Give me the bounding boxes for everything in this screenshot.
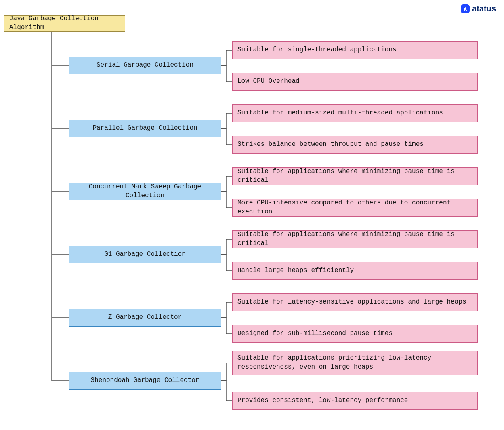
leaf-text: Provides consistent, low-latency perform… <box>237 396 408 405</box>
leaf-text: Designed for sub-millisecond pause times <box>237 329 393 338</box>
branch-shenandoah-gc: Shenondoah Garbage Collector <box>69 372 221 390</box>
leaf-text: Suitable for applications prioritizing l… <box>237 354 472 371</box>
root-node: Java Garbage Collection Algorithm <box>4 15 125 32</box>
leaf-text: Handle large heaps efficiently <box>237 266 354 275</box>
leaf-serial-gc-1: Suitable for single-threaded application… <box>232 41 478 59</box>
branch-label: Parallel Garbage Collection <box>92 124 197 133</box>
diagram-canvas: atatus Java Garbage Collection Algor <box>0 0 504 430</box>
leaf-g1-gc-1: Suitable for applications where minimizi… <box>232 230 478 248</box>
leaf-g1-gc-2: Handle large heaps efficiently <box>232 262 478 280</box>
leaf-text: Low CPU Overhead <box>237 77 300 86</box>
leaf-text: Suitable for applications where minimizi… <box>237 167 472 185</box>
leaf-z-gc-2: Designed for sub-millisecond pause times <box>232 325 478 343</box>
leaf-text: More CPU-intensive compared to others du… <box>237 199 472 216</box>
leaf-parallel-gc-1: Suitable for medium-sized multi-threaded… <box>232 104 478 122</box>
branch-label: Z Garbage Collector <box>108 313 182 322</box>
leaf-shenandoah-gc-2: Provides consistent, low-latency perform… <box>232 392 478 410</box>
leaf-text: Suitable for applications where minimizi… <box>237 230 472 248</box>
leaf-cms-gc-2: More CPU-intensive compared to others du… <box>232 199 478 217</box>
brand-logo-text: atatus <box>472 4 496 13</box>
branch-label: Serial Garbage Collection <box>97 61 193 70</box>
branch-z-gc: Z Garbage Collector <box>69 309 221 327</box>
root-label: Java Garbage Collection Algorithm <box>9 15 120 32</box>
branch-parallel-gc: Parallel Garbage Collection <box>69 120 221 137</box>
leaf-z-gc-1: Suitable for latency-sensitive applicati… <box>232 293 478 311</box>
leaf-parallel-gc-2: Strikes balance between throuput and pau… <box>232 136 478 154</box>
branch-label: Concurrent Mark Sweep Garbage Collection <box>74 183 216 200</box>
leaf-serial-gc-2: Low CPU Overhead <box>232 73 478 91</box>
leaf-text: Suitable for medium-sized multi-threaded… <box>237 109 443 118</box>
branch-serial-gc: Serial Garbage Collection <box>69 57 221 74</box>
branch-g1-gc: G1 Garbage Collection <box>69 246 221 263</box>
leaf-cms-gc-1: Suitable for applications where minimizi… <box>232 167 478 185</box>
leaf-text: Suitable for latency-sensitive applicati… <box>237 298 466 307</box>
brand-logo-icon <box>461 4 470 13</box>
brand-logo: atatus <box>461 4 496 13</box>
branch-cms-gc: Concurrent Mark Sweep Garbage Collection <box>69 183 221 200</box>
leaf-shenandoah-gc-1: Suitable for applications prioritizing l… <box>232 351 478 375</box>
branch-label: Shenondoah Garbage Collector <box>91 376 200 385</box>
leaf-text: Strikes balance between throuput and pau… <box>237 140 424 149</box>
branch-label: G1 Garbage Collection <box>104 250 186 259</box>
leaf-text: Suitable for single-threaded application… <box>237 46 397 55</box>
